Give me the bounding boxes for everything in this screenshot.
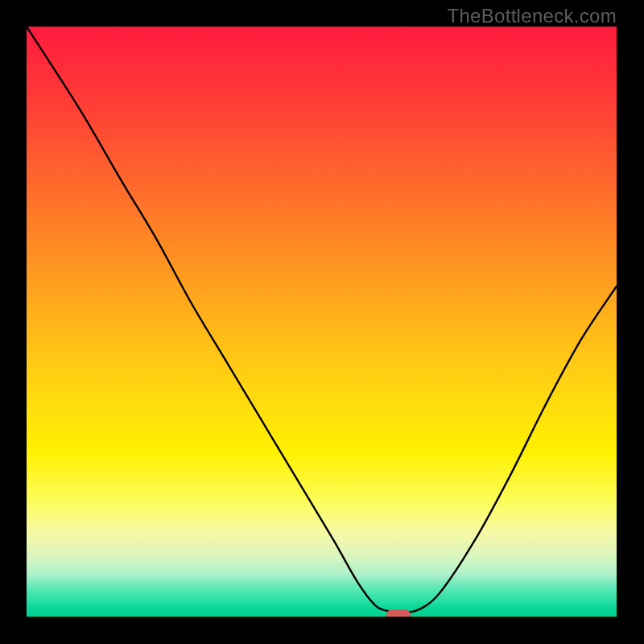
watermark-label: TheBottleneck.com (447, 5, 617, 27)
plot-area (27, 27, 617, 617)
chart-frame: TheBottleneck.com (0, 0, 644, 644)
bottleneck-curve (27, 27, 617, 617)
optimal-marker (386, 609, 411, 617)
